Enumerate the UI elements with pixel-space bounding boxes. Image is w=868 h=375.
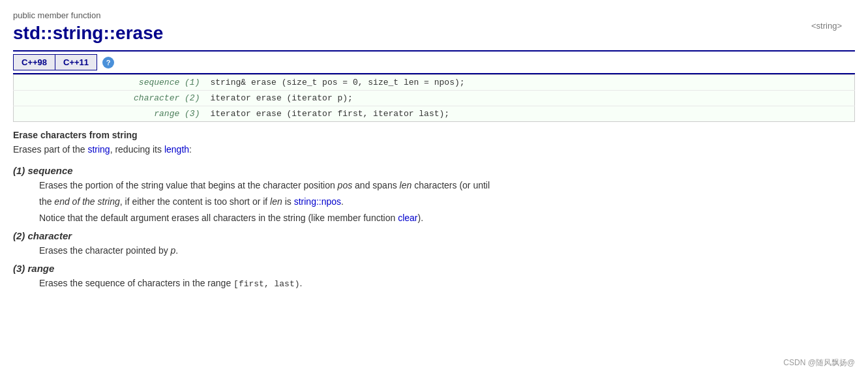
tab-cpp98[interactable]: C++98: [13, 54, 55, 70]
sig-code-3: iterator erase (iterator first, iterator…: [205, 106, 854, 122]
help-icon[interactable]: ?: [102, 57, 114, 68]
param-desc-3: Erases the sequence of characters in the…: [39, 277, 855, 291]
namespace-prefix: std::: [13, 23, 53, 43]
function-name: erase: [115, 23, 163, 43]
length-link[interactable]: length: [164, 144, 189, 155]
param-num-3: (3): [13, 263, 25, 274]
param-name-3: range: [28, 263, 55, 274]
table-row: character (2) iterator erase (iterator p…: [14, 91, 855, 106]
param-desc-1b: the end of the string, if either the con…: [39, 195, 855, 209]
tab-bar: C++98 C++11 ?: [13, 50, 855, 74]
clear-link[interactable]: clear: [398, 213, 417, 223]
sig-label-2: character (2): [14, 91, 205, 106]
page-title: std::string::erase: [13, 23, 855, 44]
param-desc-1a: Erases the portion of the string value t…: [39, 179, 855, 192]
signature-table: sequence (1) string& erase (size_t pos =…: [13, 74, 855, 122]
param-heading-2: (2) character: [13, 230, 855, 241]
param-heading-1: (1) sequence: [13, 165, 855, 176]
header-include: <string>: [811, 21, 842, 31]
section-title: Erase characters from string: [13, 130, 855, 140]
table-row: sequence (1) string& erase (size_t pos =…: [14, 75, 855, 91]
param-desc-1c: Notice that the default argument erases …: [39, 211, 855, 225]
string-link[interactable]: string: [87, 144, 110, 155]
param-num-1: (1): [13, 165, 25, 176]
intro-text: Erases part of the string, reducing its …: [13, 144, 855, 155]
npos-link[interactable]: string::npos: [294, 196, 341, 207]
public-member-label: public member function: [13, 10, 855, 20]
sig-code-2: iterator erase (iterator p);: [205, 91, 854, 106]
params-section: (1) sequence Erases the portion of the s…: [13, 165, 855, 291]
param-name-2: character: [28, 230, 72, 241]
param-name-1: sequence: [28, 165, 73, 176]
separator: ::: [103, 23, 115, 43]
intro-text1: Erases part of the: [13, 144, 87, 155]
intro-text3: :: [189, 144, 192, 155]
tab-cpp11[interactable]: C++11: [55, 54, 97, 70]
sig-code-1: string& erase (size_t pos = 0, size_t le…: [205, 75, 854, 91]
param-heading-3: (3) range: [13, 263, 855, 274]
sig-label-1: sequence (1): [14, 75, 205, 91]
intro-text2: , reducing its: [110, 144, 164, 155]
sig-label-3: range (3): [14, 106, 205, 122]
table-row: range (3) iterator erase (iterator first…: [14, 106, 855, 122]
param-num-2: (2): [13, 230, 25, 241]
param-desc-2: Erases the character pointed by p.: [39, 244, 855, 258]
class-name: string: [53, 23, 104, 43]
